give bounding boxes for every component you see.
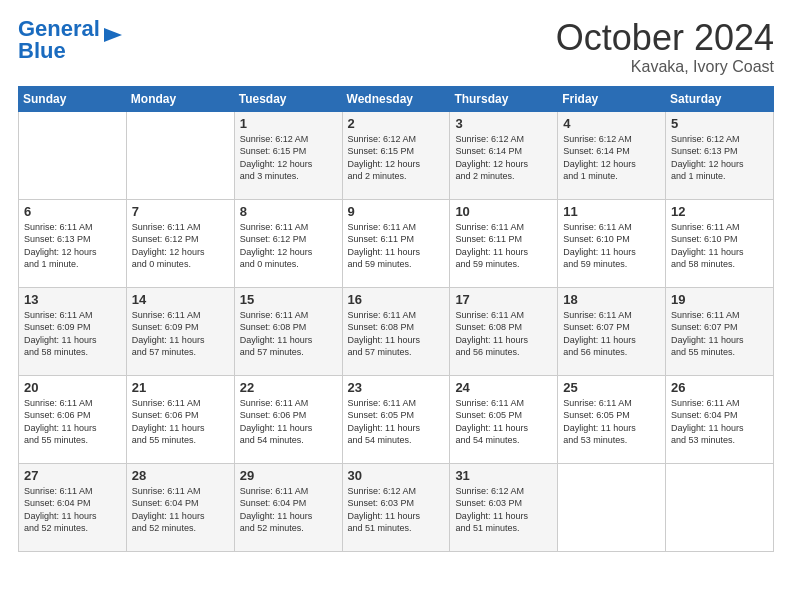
day-detail: Sunrise: 6:11 AM Sunset: 6:05 PM Dayligh… bbox=[563, 398, 636, 446]
day-detail: Sunrise: 6:12 AM Sunset: 6:15 PM Dayligh… bbox=[240, 134, 313, 182]
table-row: 11Sunrise: 6:11 AM Sunset: 6:10 PM Dayli… bbox=[558, 199, 666, 287]
table-row: 23Sunrise: 6:11 AM Sunset: 6:05 PM Dayli… bbox=[342, 375, 450, 463]
table-row: 3Sunrise: 6:12 AM Sunset: 6:14 PM Daylig… bbox=[450, 111, 558, 199]
day-detail: Sunrise: 6:11 AM Sunset: 6:08 PM Dayligh… bbox=[455, 310, 528, 358]
day-number: 25 bbox=[563, 380, 660, 395]
day-number: 13 bbox=[24, 292, 121, 307]
table-row: 4Sunrise: 6:12 AM Sunset: 6:14 PM Daylig… bbox=[558, 111, 666, 199]
table-row: 24Sunrise: 6:11 AM Sunset: 6:05 PM Dayli… bbox=[450, 375, 558, 463]
table-row: 18Sunrise: 6:11 AM Sunset: 6:07 PM Dayli… bbox=[558, 287, 666, 375]
table-row: 14Sunrise: 6:11 AM Sunset: 6:09 PM Dayli… bbox=[126, 287, 234, 375]
day-detail: Sunrise: 6:11 AM Sunset: 6:12 PM Dayligh… bbox=[240, 222, 313, 270]
table-row: 6Sunrise: 6:11 AM Sunset: 6:13 PM Daylig… bbox=[19, 199, 127, 287]
table-row: 9Sunrise: 6:11 AM Sunset: 6:11 PM Daylig… bbox=[342, 199, 450, 287]
day-number: 8 bbox=[240, 204, 337, 219]
table-row: 13Sunrise: 6:11 AM Sunset: 6:09 PM Dayli… bbox=[19, 287, 127, 375]
col-wednesday: Wednesday bbox=[342, 86, 450, 111]
day-detail: Sunrise: 6:11 AM Sunset: 6:08 PM Dayligh… bbox=[240, 310, 313, 358]
day-number: 12 bbox=[671, 204, 768, 219]
day-number: 22 bbox=[240, 380, 337, 395]
day-detail: Sunrise: 6:11 AM Sunset: 6:04 PM Dayligh… bbox=[132, 486, 205, 534]
col-tuesday: Tuesday bbox=[234, 86, 342, 111]
day-number: 24 bbox=[455, 380, 552, 395]
day-detail: Sunrise: 6:11 AM Sunset: 6:04 PM Dayligh… bbox=[671, 398, 744, 446]
day-detail: Sunrise: 6:11 AM Sunset: 6:05 PM Dayligh… bbox=[455, 398, 528, 446]
table-row: 21Sunrise: 6:11 AM Sunset: 6:06 PM Dayli… bbox=[126, 375, 234, 463]
day-detail: Sunrise: 6:11 AM Sunset: 6:13 PM Dayligh… bbox=[24, 222, 97, 270]
title-block: October 2024 Kavaka, Ivory Coast bbox=[556, 18, 774, 76]
table-row: 15Sunrise: 6:11 AM Sunset: 6:08 PM Dayli… bbox=[234, 287, 342, 375]
day-number: 17 bbox=[455, 292, 552, 307]
day-detail: Sunrise: 6:11 AM Sunset: 6:04 PM Dayligh… bbox=[24, 486, 97, 534]
table-row bbox=[558, 463, 666, 551]
day-number: 11 bbox=[563, 204, 660, 219]
day-detail: Sunrise: 6:12 AM Sunset: 6:13 PM Dayligh… bbox=[671, 134, 744, 182]
day-number: 3 bbox=[455, 116, 552, 131]
table-row: 28Sunrise: 6:11 AM Sunset: 6:04 PM Dayli… bbox=[126, 463, 234, 551]
day-number: 1 bbox=[240, 116, 337, 131]
day-detail: Sunrise: 6:12 AM Sunset: 6:14 PM Dayligh… bbox=[563, 134, 636, 182]
day-number: 14 bbox=[132, 292, 229, 307]
table-row: 16Sunrise: 6:11 AM Sunset: 6:08 PM Dayli… bbox=[342, 287, 450, 375]
table-row: 20Sunrise: 6:11 AM Sunset: 6:06 PM Dayli… bbox=[19, 375, 127, 463]
table-row bbox=[666, 463, 774, 551]
table-row: 12Sunrise: 6:11 AM Sunset: 6:10 PM Dayli… bbox=[666, 199, 774, 287]
page: General Blue October 2024 Kavaka, Ivory … bbox=[0, 0, 792, 612]
calendar-title: October 2024 bbox=[556, 18, 774, 58]
day-number: 4 bbox=[563, 116, 660, 131]
col-sunday: Sunday bbox=[19, 86, 127, 111]
day-detail: Sunrise: 6:11 AM Sunset: 6:07 PM Dayligh… bbox=[671, 310, 744, 358]
table-row: 1Sunrise: 6:12 AM Sunset: 6:15 PM Daylig… bbox=[234, 111, 342, 199]
calendar-table: Sunday Monday Tuesday Wednesday Thursday… bbox=[18, 86, 774, 552]
day-detail: Sunrise: 6:12 AM Sunset: 6:15 PM Dayligh… bbox=[348, 134, 421, 182]
table-row: 30Sunrise: 6:12 AM Sunset: 6:03 PM Dayli… bbox=[342, 463, 450, 551]
day-detail: Sunrise: 6:11 AM Sunset: 6:11 PM Dayligh… bbox=[455, 222, 528, 270]
table-row: 8Sunrise: 6:11 AM Sunset: 6:12 PM Daylig… bbox=[234, 199, 342, 287]
day-number: 28 bbox=[132, 468, 229, 483]
table-row: 5Sunrise: 6:12 AM Sunset: 6:13 PM Daylig… bbox=[666, 111, 774, 199]
day-number: 27 bbox=[24, 468, 121, 483]
logo-blue: Blue bbox=[18, 38, 66, 63]
day-detail: Sunrise: 6:11 AM Sunset: 6:07 PM Dayligh… bbox=[563, 310, 636, 358]
table-row: 10Sunrise: 6:11 AM Sunset: 6:11 PM Dayli… bbox=[450, 199, 558, 287]
logo-text: General Blue bbox=[18, 18, 100, 62]
day-detail: Sunrise: 6:11 AM Sunset: 6:06 PM Dayligh… bbox=[24, 398, 97, 446]
day-number: 21 bbox=[132, 380, 229, 395]
day-number: 16 bbox=[348, 292, 445, 307]
day-number: 20 bbox=[24, 380, 121, 395]
table-row: 27Sunrise: 6:11 AM Sunset: 6:04 PM Dayli… bbox=[19, 463, 127, 551]
col-thursday: Thursday bbox=[450, 86, 558, 111]
header-row: Sunday Monday Tuesday Wednesday Thursday… bbox=[19, 86, 774, 111]
header: General Blue October 2024 Kavaka, Ivory … bbox=[18, 18, 774, 76]
day-number: 30 bbox=[348, 468, 445, 483]
day-number: 2 bbox=[348, 116, 445, 131]
day-number: 5 bbox=[671, 116, 768, 131]
day-number: 23 bbox=[348, 380, 445, 395]
table-row bbox=[126, 111, 234, 199]
day-number: 10 bbox=[455, 204, 552, 219]
day-number: 15 bbox=[240, 292, 337, 307]
day-detail: Sunrise: 6:11 AM Sunset: 6:05 PM Dayligh… bbox=[348, 398, 421, 446]
day-number: 31 bbox=[455, 468, 552, 483]
day-detail: Sunrise: 6:11 AM Sunset: 6:10 PM Dayligh… bbox=[671, 222, 744, 270]
day-detail: Sunrise: 6:12 AM Sunset: 6:03 PM Dayligh… bbox=[455, 486, 528, 534]
day-number: 29 bbox=[240, 468, 337, 483]
logo: General Blue bbox=[18, 18, 124, 62]
table-row bbox=[19, 111, 127, 199]
col-monday: Monday bbox=[126, 86, 234, 111]
day-detail: Sunrise: 6:11 AM Sunset: 6:12 PM Dayligh… bbox=[132, 222, 205, 270]
day-detail: Sunrise: 6:12 AM Sunset: 6:14 PM Dayligh… bbox=[455, 134, 528, 182]
calendar-subtitle: Kavaka, Ivory Coast bbox=[556, 58, 774, 76]
table-row: 31Sunrise: 6:12 AM Sunset: 6:03 PM Dayli… bbox=[450, 463, 558, 551]
day-number: 7 bbox=[132, 204, 229, 219]
day-detail: Sunrise: 6:11 AM Sunset: 6:08 PM Dayligh… bbox=[348, 310, 421, 358]
day-detail: Sunrise: 6:11 AM Sunset: 6:11 PM Dayligh… bbox=[348, 222, 421, 270]
day-detail: Sunrise: 6:12 AM Sunset: 6:03 PM Dayligh… bbox=[348, 486, 421, 534]
day-detail: Sunrise: 6:11 AM Sunset: 6:10 PM Dayligh… bbox=[563, 222, 636, 270]
day-detail: Sunrise: 6:11 AM Sunset: 6:09 PM Dayligh… bbox=[132, 310, 205, 358]
day-number: 9 bbox=[348, 204, 445, 219]
day-detail: Sunrise: 6:11 AM Sunset: 6:06 PM Dayligh… bbox=[240, 398, 313, 446]
table-row: 7Sunrise: 6:11 AM Sunset: 6:12 PM Daylig… bbox=[126, 199, 234, 287]
day-number: 6 bbox=[24, 204, 121, 219]
day-number: 18 bbox=[563, 292, 660, 307]
